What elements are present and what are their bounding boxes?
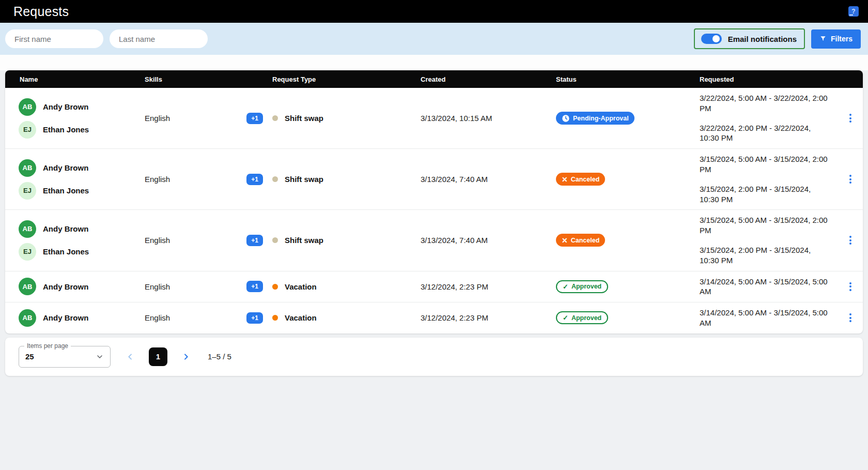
filters-button[interactable]: Filters [811, 29, 861, 49]
pending-clock-icon [562, 114, 570, 123]
created-cell: 3/12/2024, 2:23 PM [421, 282, 556, 291]
request-type-dot [272, 284, 278, 290]
column-header-status: Status [556, 75, 700, 83]
name-cell: ABAndy BrownEJEthan Jones [5, 94, 145, 143]
skills-cell: English+1 [145, 235, 272, 246]
requested-range: 3/22/2024, 2:00 PM - 3/22/2024, 10:30 PM [700, 123, 832, 144]
last-name-input[interactable] [110, 29, 208, 48]
status-cell: ✓Approved [556, 311, 700, 324]
avatar: EJ [19, 243, 36, 261]
avatar: AB [19, 159, 36, 177]
items-per-page-value: 25 [25, 352, 96, 361]
approved-check-icon: ✓ [563, 283, 568, 290]
created-cell: 3/13/2024, 7:40 AM [421, 236, 556, 245]
actions-cell [838, 112, 863, 125]
status-badge: Pending-Approval [556, 112, 634, 125]
items-per-page-select[interactable]: Items per page 25 [19, 346, 111, 368]
table-row: ABAndy BrownEJEthan JonesEnglish+1Shift … [5, 209, 863, 270]
status-cell: ✕Canceled [556, 173, 700, 186]
email-notifications-label: Email notifications [728, 35, 797, 43]
column-header-created: Created [421, 75, 556, 83]
page-range-label: 1–5 / 5 [208, 352, 231, 361]
row-menu-button[interactable] [847, 173, 854, 186]
avatar: AB [19, 278, 36, 295]
pagination-bar: Items per page 25 1 1–5 / 5 [5, 338, 863, 376]
request-type-dot [272, 115, 278, 121]
person-name: Ethan Jones [43, 186, 89, 195]
status-label: Canceled [571, 237, 600, 244]
requested-range: 3/15/2024, 5:00 AM - 3/15/2024, 2:00 PM [700, 154, 832, 175]
requested-cell: 3/15/2024, 5:00 AM - 3/15/2024, 2:00 PM3… [700, 149, 838, 209]
requested-range: 3/15/2024, 2:00 PM - 3/15/2024, 10:30 PM [700, 184, 832, 205]
column-header-requested: Requested [700, 75, 838, 83]
person: ABAndy Brown [19, 220, 140, 238]
avatar: EJ [19, 182, 36, 200]
requested-range: 3/15/2024, 2:00 PM - 3/15/2024, 10:30 PM [700, 245, 832, 266]
request-type-label: Shift swap [285, 175, 323, 184]
status-label: Approved [571, 314, 601, 322]
next-page-button[interactable] [180, 351, 192, 363]
requested-cell: 3/14/2024, 5:00 AM - 3/15/2024, 5:00 AM [700, 302, 838, 333]
table-header-row: NameSkillsRequest TypeCreatedStatusReque… [5, 70, 863, 88]
status-label: Approved [571, 283, 601, 290]
extra-skills-badge[interactable]: +1 [246, 174, 263, 185]
avatar: AB [19, 98, 36, 116]
extra-skills-badge[interactable]: +1 [246, 281, 263, 292]
created-cell: 3/13/2024, 7:40 AM [421, 175, 556, 184]
column-header-request-type: Request Type [272, 75, 421, 83]
column-header-name: Name [5, 75, 145, 83]
email-notifications-toggle[interactable] [701, 34, 722, 44]
skills-label: English [145, 236, 170, 245]
requested-range: 3/14/2024, 5:00 AM - 3/15/2024, 5:00 AM [700, 308, 832, 328]
current-page-button[interactable]: 1 [149, 347, 167, 366]
person-name: Andy Brown [43, 102, 88, 111]
status-badge: ✓Approved [556, 280, 608, 293]
actions-cell [838, 280, 863, 293]
actions-cell [838, 234, 863, 247]
top-app-bar: Requests ? [0, 0, 868, 23]
skills-cell: English+1 [145, 174, 272, 185]
status-badge: ✕Canceled [556, 234, 605, 247]
status-label: Canceled [571, 176, 600, 183]
extra-skills-badge[interactable]: +1 [246, 113, 263, 124]
requested-range: 3/14/2024, 5:00 AM - 3/15/2024, 5:00 AM [700, 277, 832, 297]
avatar: AB [19, 309, 36, 327]
cancel-x-icon: ✕ [562, 176, 568, 183]
request-type-dot [272, 315, 278, 321]
request-type-dot [272, 237, 278, 243]
status-label: Pending-Approval [573, 115, 629, 122]
filters-button-label: Filters [831, 35, 853, 43]
row-menu-button[interactable] [847, 280, 854, 293]
table-row: ABAndy BrownEJEthan JonesEnglish+1Shift … [5, 148, 863, 209]
page-title: Requests [13, 4, 848, 19]
person: ABAndy Brown [19, 159, 140, 177]
previous-page-button[interactable] [124, 351, 136, 363]
row-menu-button[interactable] [847, 112, 854, 125]
extra-skills-badge[interactable]: +1 [246, 312, 263, 324]
help-icon[interactable]: ? [848, 6, 859, 17]
email-notifications-group[interactable]: Email notifications [694, 28, 805, 49]
row-menu-button[interactable] [847, 311, 854, 324]
content-gap [0, 55, 868, 70]
request-type-cell: Vacation [272, 282, 421, 291]
skills-cell: English+1 [145, 312, 272, 324]
filter-bar: Email notifications Filters [0, 23, 868, 55]
request-type-label: Vacation [285, 282, 317, 291]
status-badge: ✓Approved [556, 311, 608, 324]
person: ABAndy Brown [19, 98, 140, 116]
person: EJEthan Jones [19, 121, 140, 139]
requested-cell: 3/15/2024, 5:00 AM - 3/15/2024, 2:00 PM3… [700, 210, 838, 270]
created-cell: 3/12/2024, 2:23 PM [421, 313, 556, 322]
extra-skills-badge[interactable]: +1 [246, 235, 263, 246]
row-menu-button[interactable] [847, 234, 854, 247]
actions-cell [838, 311, 863, 324]
person: EJEthan Jones [19, 243, 140, 261]
table-row: ABAndy BrownEnglish+1Vacation3/12/2024, … [5, 302, 863, 333]
table-row: ABAndy BrownEJEthan JonesEnglish+1Shift … [5, 88, 863, 148]
skills-label: English [145, 114, 170, 123]
table-row: ABAndy BrownEnglish+1Vacation3/12/2024, … [5, 271, 863, 302]
name-cell: ABAndy Brown [5, 274, 145, 299]
actions-cell [838, 173, 863, 186]
first-name-input[interactable] [5, 29, 103, 48]
filter-funnel-icon [819, 35, 827, 42]
